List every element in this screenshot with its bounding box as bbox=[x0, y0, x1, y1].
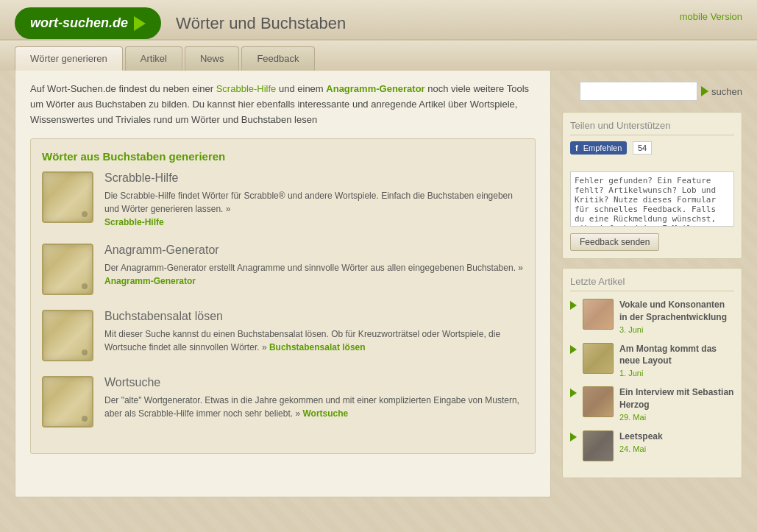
content-area: Auf Wort-Suchen.de findest du neben eine… bbox=[15, 71, 551, 497]
article-arrow-icon-1 bbox=[570, 345, 577, 354]
fb-count: 54 bbox=[633, 141, 652, 155]
feature-box-title: Wörter aus Buchstaben generieren bbox=[42, 150, 524, 163]
wortsuche-thumb bbox=[42, 376, 93, 428]
article-info-1: Am Montag kommt das neue Layout 1. Juni bbox=[619, 343, 734, 378]
fb-row: f Empfehlen 54 bbox=[570, 141, 734, 160]
article-title-2: Ein Interview mit Sebastian Herzog bbox=[619, 386, 734, 411]
article-info-3: Leetspeak 24. Mai bbox=[619, 430, 663, 453]
scrabble-thumb bbox=[42, 171, 93, 223]
scrabble-content: Scrabble-Hilfe Die Scrabble-Hilfe findet… bbox=[104, 171, 524, 229]
anagramm-content: Anagramm-Generator Der Anagramm-Generato… bbox=[104, 244, 524, 288]
feature-item-buchstabensalat: Buchstabensalat lösen Mit dieser Suche k… bbox=[42, 310, 524, 361]
anagramm-desc: Der Anagramm-Generator erstellt Anagramm… bbox=[104, 261, 524, 288]
sidebar: suchen Teilen und Unterstützen f Empfehl… bbox=[551, 71, 742, 497]
anagramm-generator-intro-link[interactable]: Anagramm-Generator bbox=[326, 83, 424, 94]
header: wort-suchen.de Wörter und Buchstaben mob… bbox=[0, 0, 757, 40]
anagramm-thumb bbox=[42, 244, 93, 295]
article-title-3: Leetspeak bbox=[619, 430, 663, 443]
logo-play-icon bbox=[134, 16, 146, 31]
share-widget: Teilen und Unterstützen f Empfehlen 54 F… bbox=[562, 112, 742, 259]
buchstabensalat-heading: Buchstabensalat lösen bbox=[104, 310, 524, 323]
share-title: Teilen und Unterstützen bbox=[570, 120, 734, 135]
articles-title: Letzte Artikel bbox=[570, 276, 734, 291]
feature-item-scrabble: Scrabble-Hilfe Die Scrabble-Hilfe findet… bbox=[42, 171, 524, 229]
article-arrow-icon-2 bbox=[570, 389, 577, 397]
main-wrapper: Auf Wort-Suchen.de findest du neben eine… bbox=[0, 71, 757, 497]
article-date-2: 29. Mai bbox=[619, 413, 734, 422]
search-box: suchen bbox=[562, 78, 742, 101]
wortsuche-desc: Der "alte" Wortgenerator. Etwas in die J… bbox=[104, 394, 524, 420]
feature-box: Wörter aus Buchstaben generieren Scrabbl… bbox=[30, 138, 536, 454]
scrabble-desc: Die Scrabble-Hilfe findet Wörter für Scr… bbox=[104, 189, 524, 229]
tab-woerter-generieren[interactable]: Wörter generieren bbox=[15, 46, 123, 71]
search-button[interactable]: suchen bbox=[701, 86, 742, 97]
article-date-0: 3. Juni bbox=[619, 325, 734, 334]
article-arrow-icon-3 bbox=[570, 433, 577, 441]
tab-feedback[interactable]: Feedback bbox=[241, 46, 314, 71]
nav-tabs: Wörter generieren Artikel News Feedback bbox=[0, 40, 757, 71]
scrabble-hilfe-intro-link[interactable]: Scrabble-Hilfe bbox=[216, 83, 277, 94]
search-button-label: suchen bbox=[711, 86, 742, 97]
logo[interactable]: wort-suchen.de bbox=[15, 7, 161, 39]
article-item-3[interactable]: Leetspeak 24. Mai bbox=[570, 430, 734, 461]
article-item-0[interactable]: Vokale und Konsonanten in der Sprachentw… bbox=[570, 299, 734, 334]
intro-text: Auf Wort-Suchen.de findest du neben eine… bbox=[30, 82, 536, 127]
buchstabensalat-content: Buchstabensalat lösen Mit dieser Suche k… bbox=[104, 310, 524, 354]
article-thumb-3 bbox=[583, 430, 614, 461]
feedback-send-button[interactable]: Feedback senden bbox=[570, 233, 659, 251]
article-item-1[interactable]: Am Montag kommt das neue Layout 1. Juni bbox=[570, 343, 734, 378]
scrabble-link[interactable]: Scrabble-Hilfe bbox=[104, 217, 164, 227]
articles-widget: Letzte Artikel Vokale und Konsonanten in… bbox=[562, 268, 742, 478]
article-item-2[interactable]: Ein Interview mit Sebastian Herzog 29. M… bbox=[570, 386, 734, 422]
article-date-3: 24. Mai bbox=[619, 444, 663, 453]
article-date-1: 1. Juni bbox=[619, 369, 734, 377]
anagramm-link[interactable]: Anagramm-Generator bbox=[104, 276, 196, 286]
article-thumb-0 bbox=[583, 299, 614, 330]
wortsuche-heading: Wortsuche bbox=[104, 376, 524, 389]
feedback-textarea[interactable]: Fehler gefunden? Ein Feature fehlt? Arti… bbox=[570, 171, 734, 227]
facebook-empfehlen-button[interactable]: f Empfehlen bbox=[570, 141, 627, 155]
article-thumb-1 bbox=[583, 343, 614, 374]
tab-artikel[interactable]: Artikel bbox=[125, 46, 182, 71]
tab-news[interactable]: News bbox=[185, 46, 240, 71]
article-info-0: Vokale und Konsonanten in der Sprachentw… bbox=[619, 299, 734, 334]
article-info-2: Ein Interview mit Sebastian Herzog 29. M… bbox=[619, 386, 734, 422]
buchstabensalat-link[interactable]: Buchstabensalat lösen bbox=[269, 342, 366, 352]
feature-item-wortsuche: Wortsuche Der "alte" Wortgenerator. Etwa… bbox=[42, 376, 524, 428]
wortsuche-link[interactable]: Wortsuche bbox=[302, 408, 348, 419]
wortsuche-content: Wortsuche Der "alte" Wortgenerator. Etwa… bbox=[104, 376, 524, 420]
buchstabensalat-thumb bbox=[42, 310, 93, 361]
article-thumb-2 bbox=[583, 386, 614, 417]
anagramm-heading: Anagramm-Generator bbox=[104, 244, 524, 257]
article-title-0: Vokale und Konsonanten in der Sprachentw… bbox=[619, 299, 734, 324]
article-arrow-icon-0 bbox=[570, 301, 577, 310]
scrabble-heading: Scrabble-Hilfe bbox=[104, 171, 524, 185]
article-title-1: Am Montag kommt das neue Layout bbox=[619, 343, 734, 368]
logo-area: wort-suchen.de Wörter und Buchstaben bbox=[15, 7, 346, 39]
logo-text: wort-suchen.de bbox=[30, 15, 128, 31]
site-title: Wörter und Buchstaben bbox=[176, 14, 346, 33]
search-input[interactable] bbox=[580, 82, 697, 101]
buchstabensalat-desc: Mit dieser Suche kannst du einen Buchsta… bbox=[104, 327, 524, 354]
mobile-version-link[interactable]: mobile Version bbox=[680, 7, 742, 22]
feature-item-anagramm: Anagramm-Generator Der Anagramm-Generato… bbox=[42, 244, 524, 295]
search-arrow-icon bbox=[701, 86, 708, 96]
